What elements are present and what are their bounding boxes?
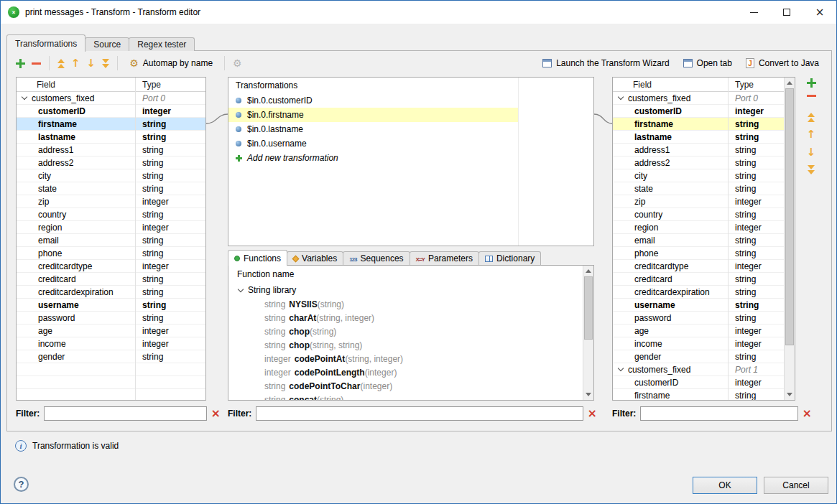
transformation-item-highlighted[interactable]: $in.0.firstname: [228, 108, 593, 122]
automap-button[interactable]: ⚙ Automap by name: [126, 57, 216, 70]
table-row[interactable]: address1string: [17, 144, 205, 157]
function-item[interactable]: stringNYSIIS(string): [228, 297, 593, 311]
add-icon[interactable]: [16, 59, 25, 68]
table-row[interactable]: citystring: [17, 169, 205, 182]
clear-filter-icon[interactable]: ×: [803, 408, 812, 419]
functions-scrollbar[interactable]: [583, 266, 593, 400]
table-row[interactable]: ageinteger: [17, 325, 205, 337]
tree-node-port1[interactable]: customers_fixed Port 1: [613, 363, 795, 376]
chevron-down-icon[interactable]: [238, 286, 244, 291]
table-row[interactable]: usernamestring: [613, 299, 795, 312]
table-row[interactable]: regioninteger: [613, 221, 795, 234]
table-row[interactable]: incomeinteger: [613, 337, 795, 350]
clear-filter-icon[interactable]: ×: [211, 408, 221, 419]
transformation-item[interactable]: $in.0.customerID: [228, 93, 593, 108]
minimize-button[interactable]: [737, 1, 770, 24]
chevron-down-icon[interactable]: [618, 365, 624, 371]
filter-input[interactable]: [256, 406, 583, 421]
function-item[interactable]: stringchop(string, string): [228, 338, 593, 352]
table-row[interactable]: creditcardexpirationstring: [613, 286, 795, 299]
table-row[interactable]: zipinteger: [613, 195, 795, 208]
move-bottom-icon[interactable]: [102, 59, 109, 68]
transformation-item[interactable]: $in.0.username: [228, 136, 593, 151]
table-row[interactable]: incomeinteger: [17, 337, 205, 350]
move-up-icon[interactable]: ↑: [807, 129, 816, 140]
tab-regex-tester[interactable]: Regex tester: [129, 37, 195, 51]
table-row[interactable]: passwordstring: [613, 312, 795, 325]
tab-parameters[interactable]: Parameters: [410, 251, 479, 265]
table-row[interactable]: creditcardexpirationstring: [17, 286, 205, 299]
table-row[interactable]: usernamestring: [17, 299, 205, 312]
table-row[interactable]: ageinteger: [613, 325, 795, 337]
table-row[interactable]: customerIDinteger: [613, 105, 795, 118]
scroll-up-icon[interactable]: [785, 78, 795, 88]
remove-icon[interactable]: [32, 62, 41, 65]
table-row[interactable]: passwordstring: [17, 312, 205, 325]
add-field-icon[interactable]: [807, 78, 816, 88]
table-row[interactable]: creditcardstring: [17, 273, 205, 286]
close-button[interactable]: ×: [803, 1, 836, 24]
launch-wizard-button[interactable]: Launch the Transform Wizard: [539, 57, 672, 70]
move-down-icon[interactable]: ↓: [87, 58, 96, 69]
table-row[interactable]: lastnamestring: [17, 131, 205, 144]
help-button[interactable]: ?: [14, 477, 29, 492]
remove-field-icon[interactable]: [807, 95, 816, 97]
table-row[interactable]: emailstring: [17, 234, 205, 247]
table-row-selected[interactable]: firstnamestring: [17, 118, 205, 131]
table-row[interactable]: statestring: [17, 182, 205, 195]
table-row[interactable]: creditcardtypeinteger: [613, 260, 795, 273]
tree-node-port0[interactable]: customers_fixed Port 0: [613, 92, 795, 105]
filter-input[interactable]: [640, 406, 797, 421]
table-row[interactable]: countrystring: [17, 208, 205, 221]
scroll-up-icon[interactable]: [583, 266, 593, 276]
scroll-down-icon[interactable]: [785, 389, 795, 400]
table-row[interactable]: address2string: [17, 157, 205, 169]
move-up-icon[interactable]: ↑: [71, 58, 80, 69]
function-item[interactable]: stringchop(string): [228, 325, 593, 338]
scroll-down-icon[interactable]: [583, 389, 593, 400]
tab-transformations[interactable]: Transformations: [6, 34, 85, 52]
move-down-icon[interactable]: ↓: [807, 147, 816, 158]
ok-button[interactable]: OK: [693, 477, 757, 494]
function-item[interactable]: integercodePointLength(integer): [228, 365, 593, 379]
table-row[interactable]: zipinteger: [17, 195, 205, 208]
table-row-highlighted[interactable]: firstnamestring: [613, 118, 795, 131]
table-row[interactable]: countrystring: [613, 208, 795, 221]
tab-sequences[interactable]: Sequences: [343, 251, 410, 265]
tab-variables[interactable]: Variables: [287, 251, 343, 265]
table-row[interactable]: customerIDinteger: [17, 105, 205, 118]
table-row[interactable]: regioninteger: [17, 221, 205, 234]
chevron-down-icon[interactable]: [618, 94, 624, 100]
table-row[interactable]: creditcardstring: [613, 273, 795, 286]
convert-to-java-button[interactable]: Convert to Java: [742, 57, 823, 70]
function-item[interactable]: integercodePointAt(string, integer): [228, 352, 593, 365]
table-row[interactable]: phonestring: [613, 247, 795, 260]
table-row[interactable]: phonestring: [17, 247, 205, 260]
maximize-button[interactable]: [770, 1, 803, 24]
function-library-group[interactable]: String library: [228, 283, 593, 297]
function-item[interactable]: stringconcat(string): [228, 393, 593, 401]
table-row[interactable]: emailstring: [613, 234, 795, 247]
move-bottom-icon[interactable]: [808, 165, 815, 174]
table-row[interactable]: citystring: [613, 169, 795, 182]
scrollbar-thumb[interactable]: [584, 276, 593, 340]
clear-filter-icon[interactable]: ×: [588, 408, 597, 419]
table-row[interactable]: firstnamestring: [613, 389, 795, 401]
table-row[interactable]: genderstring: [613, 350, 795, 363]
tab-source[interactable]: Source: [85, 37, 129, 51]
table-row[interactable]: genderstring: [17, 350, 205, 363]
cancel-button[interactable]: Cancel: [764, 477, 828, 494]
move-top-icon[interactable]: [808, 113, 815, 122]
add-new-transformation[interactable]: Add new transformation: [228, 151, 593, 165]
open-tab-button[interactable]: Open tab: [680, 57, 736, 70]
output-scrollbar[interactable]: [784, 78, 795, 400]
function-item[interactable]: stringcharAt(string, integer): [228, 311, 593, 325]
table-row[interactable]: customerIDinteger: [613, 376, 795, 389]
move-top-icon[interactable]: [57, 59, 65, 68]
table-row[interactable]: address2string: [613, 157, 795, 169]
table-row[interactable]: address1string: [613, 144, 795, 157]
filter-input[interactable]: [44, 406, 206, 421]
tree-node-port0[interactable]: customers_fixed Port 0: [17, 92, 205, 105]
table-row[interactable]: creditcardtypeinteger: [17, 260, 205, 273]
tab-functions[interactable]: Functions: [228, 250, 287, 266]
